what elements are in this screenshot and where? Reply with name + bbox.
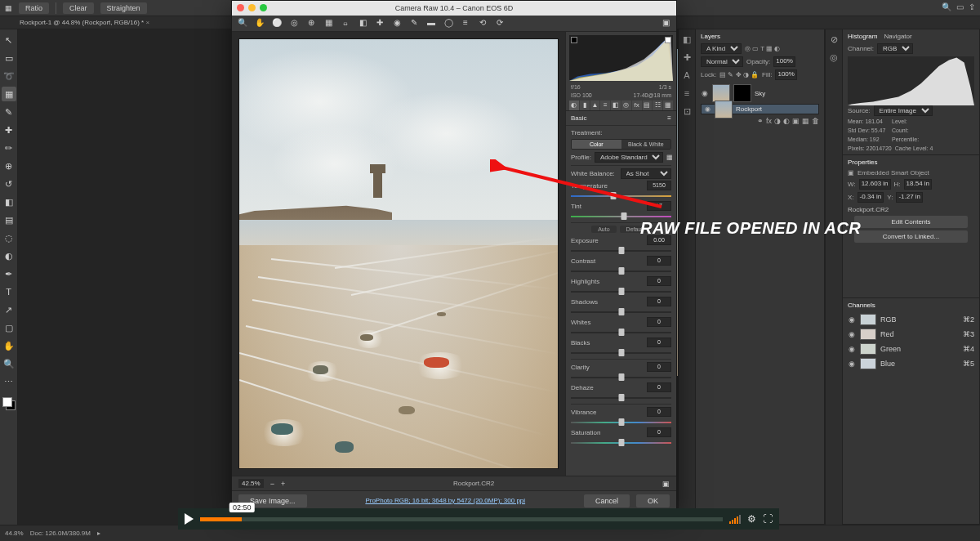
slider-value[interactable]: 0 — [647, 256, 671, 266]
shadows-slider[interactable] — [571, 308, 671, 315]
seek-bar[interactable]: 02:50 — [200, 517, 723, 521]
acr-preview-toggle[interactable]: ▣ — [660, 18, 671, 29]
mask-icon[interactable]: ◑ — [774, 117, 781, 125]
vpanel2-icon-1[interactable]: ⊘ — [827, 34, 840, 47]
vpanel-icon-4[interactable]: ≡ — [680, 88, 693, 101]
acr-target-adj[interactable]: ⊕ — [305, 18, 317, 29]
edit-contents-button[interactable]: Edit Contents — [854, 216, 969, 228]
slider-value[interactable]: 0 — [647, 276, 671, 286]
h-field[interactable]: 18.54 in — [904, 179, 932, 190]
channel-row[interactable]: ◉Red⌘3 — [848, 327, 974, 342]
tool-blur[interactable]: ◌ — [2, 230, 16, 245]
acr-transform[interactable]: ◧ — [357, 18, 368, 29]
slider-value[interactable]: 0 — [647, 338, 671, 347]
temperature-slider[interactable] — [571, 192, 671, 199]
ok-button[interactable]: OK — [636, 494, 670, 507]
tool-eraser[interactable]: ◧ — [2, 194, 16, 209]
ratio-dropdown[interactable]: Ratio — [19, 2, 49, 14]
channel-row[interactable]: ◉RGB⌘2 — [848, 312, 974, 327]
straighten-button[interactable]: Straighten — [100, 2, 147, 14]
tool-lasso[interactable]: ➰ — [2, 69, 16, 83]
tool-crop[interactable]: ▦ — [2, 87, 16, 101]
zoom-minus[interactable]: − — [270, 480, 274, 488]
panel-menu-icon[interactable]: ≡ — [667, 114, 671, 122]
acr-straighten[interactable]: ⏛ — [340, 18, 351, 29]
acr-redeye[interactable]: ◉ — [391, 18, 403, 29]
acr-spot[interactable]: ✚ — [374, 18, 385, 29]
source-select[interactable]: Entire Image — [874, 105, 933, 116]
vpanel-icon-3[interactable]: A — [680, 70, 693, 83]
document-tab[interactable]: Rockport-1 @ 44.8% (Rockport, RGB/16) * — [20, 19, 149, 26]
vpanel-icon-1[interactable]: ◧ — [680, 34, 693, 47]
workspace-icon[interactable]: ▭ — [956, 2, 964, 11]
blacks-slider[interactable] — [571, 349, 671, 356]
auto-button[interactable]: Auto — [591, 226, 616, 233]
layer-mask-thumb[interactable] — [733, 84, 751, 102]
profile-select[interactable]: Adobe Standard — [595, 152, 663, 163]
saturation-slider[interactable] — [571, 439, 671, 446]
tool-shape[interactable]: ▢ — [2, 320, 16, 335]
tool-type[interactable]: T — [2, 284, 16, 299]
fx-icon[interactable]: fx — [766, 117, 772, 125]
volume-icon[interactable] — [729, 514, 741, 524]
color-swatches[interactable] — [2, 397, 16, 410]
channel-row[interactable]: ◉Green⌘4 — [848, 342, 974, 356]
temp-value[interactable]: 5150 — [647, 181, 671, 190]
slider-value[interactable]: 0 — [647, 382, 671, 392]
settings-icon[interactable]: ⚙ — [747, 513, 756, 525]
slider-value[interactable]: 0 — [647, 297, 671, 306]
cancel-button[interactable]: Cancel — [584, 494, 630, 507]
trash-icon[interactable]: 🗑 — [812, 117, 819, 125]
search-icon[interactable]: 🔍 — [942, 2, 951, 11]
acr-rotate-l[interactable]: ⟲ — [477, 18, 488, 29]
acr-rotate-r[interactable]: ⟳ — [494, 18, 506, 29]
acr-zoom-tool[interactable]: 🔍 — [237, 18, 248, 29]
tab-hsl-icon[interactable]: ≡ — [600, 101, 610, 110]
tool-marquee[interactable]: ▭ — [2, 51, 16, 65]
channel-row[interactable]: ◉Blue⌘5 — [848, 356, 974, 371]
slider-value[interactable]: 0.00 — [647, 235, 671, 245]
vpanel-icon-2[interactable]: ✚ — [680, 52, 693, 65]
fill-value[interactable]: 100% — [775, 69, 796, 80]
slider-value[interactable]: 0 — [647, 427, 671, 437]
window-traffic-lights[interactable] — [237, 4, 267, 11]
slider-value[interactable]: 0 — [647, 317, 671, 327]
tool-eyedrop[interactable]: ✎ — [2, 105, 16, 119]
acr-adj-brush[interactable]: ✎ — [408, 18, 420, 29]
shadow-clip-icon[interactable] — [571, 37, 577, 43]
wb-select[interactable]: As Shot — [621, 168, 672, 179]
crop-tool-icon[interactable]: ▦ — [5, 4, 12, 12]
adjustment-icon[interactable]: ◐ — [783, 117, 790, 125]
channel-select[interactable]: RGB — [877, 43, 913, 54]
acr-hand-tool[interactable]: ✋ — [254, 18, 265, 29]
opacity-value[interactable]: 100% — [773, 56, 795, 67]
tool-stamp[interactable]: ⊕ — [2, 159, 16, 173]
highlights-slider[interactable] — [571, 288, 671, 295]
layers-tab[interactable]: Layers — [701, 33, 720, 40]
contrast-slider[interactable] — [571, 267, 671, 275]
tool-more[interactable]: ⋯ — [2, 374, 16, 389]
w-field[interactable]: 12.603 in — [859, 179, 891, 190]
tab-lens-icon[interactable]: ◎ — [621, 101, 631, 110]
tool-brush[interactable]: ✏ — [2, 141, 16, 155]
fullscreen-icon[interactable]: ⛶ — [763, 513, 773, 525]
vpanel2-icon-2[interactable]: ◎ — [827, 52, 840, 65]
clarity-slider[interactable] — [571, 373, 671, 381]
y-field[interactable]: -1.27 in — [896, 192, 923, 203]
zoom-plus[interactable]: + — [281, 480, 285, 488]
tool-heal[interactable]: ✚ — [2, 123, 16, 137]
vibrance-slider[interactable] — [571, 418, 671, 426]
profile-browser-icon[interactable]: ▦ — [666, 154, 673, 161]
vpanel-icon-5[interactable]: ⊡ — [680, 106, 693, 119]
acr-titlebar[interactable]: Camera Raw 10.4 – Canon EOS 6D — [232, 1, 676, 16]
tab-snap-icon[interactable]: ▦ — [663, 101, 673, 110]
whites-slider[interactable] — [571, 329, 671, 336]
properties-tab[interactable]: Properties — [848, 159, 877, 166]
exposure-slider[interactable] — [571, 247, 671, 254]
blend-mode[interactable]: Normal — [701, 56, 743, 67]
tool-pen[interactable]: ✒ — [2, 266, 16, 281]
tool-history[interactable]: ↺ — [2, 177, 16, 191]
treatment-toggle[interactable]: ColorBlack & White — [571, 139, 671, 150]
tool-hand[interactable]: ✋ — [2, 338, 16, 353]
default-button[interactable]: Default — [620, 226, 651, 233]
